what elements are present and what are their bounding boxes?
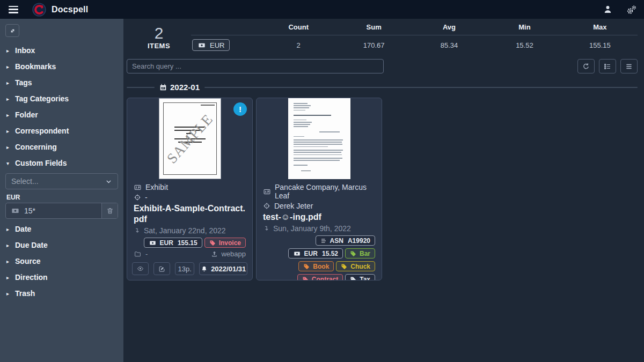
page-count-button[interactable]: 13p.	[175, 262, 194, 275]
amount-badge: EUR 155.15	[144, 238, 202, 248]
edit-button[interactable]	[153, 262, 170, 275]
caret-right-icon: ▸	[6, 242, 15, 248]
caret-right-icon: ▸	[6, 64, 15, 70]
item-date-icon	[134, 227, 140, 234]
stats-col-max: Max	[562, 23, 638, 31]
item-count-label: ITEMS	[127, 42, 191, 50]
menu-icon[interactable]	[9, 6, 18, 13]
sidebar-item-label: Correspondent	[15, 127, 69, 135]
caret-right-icon: ▸	[6, 112, 15, 118]
tag-badge[interactable]: Invoice	[204, 238, 246, 248]
due-date-button[interactable]: 2022/01/31	[199, 262, 247, 275]
asn-badge: ASN A19920	[316, 235, 375, 246]
document-preview[interactable]	[257, 98, 382, 179]
correspondent-name: Exhibit	[145, 183, 168, 191]
source-name: webapp	[221, 250, 246, 258]
stats-val-min: 15.52	[487, 41, 562, 49]
sidebar-item-label: Folder	[15, 110, 38, 119]
caret-right-icon: ▸	[6, 291, 15, 297]
sidebar-item-tag-categories[interactable]: ▸ Tag Categories	[0, 91, 123, 107]
concerning-name: Derek Jeter	[274, 202, 313, 210]
money-icon	[11, 207, 20, 215]
preview-eye-button[interactable]	[132, 262, 149, 275]
app-title: Docspell	[52, 5, 88, 14]
tag-badge[interactable]: Tax	[345, 274, 375, 280]
amount-value: 15.52	[322, 250, 338, 257]
item-list-area: 2 ITEMS Count Sum Avg Min Max	[123, 19, 644, 362]
search-bar	[127, 59, 638, 73]
currency-label: EUR	[210, 41, 224, 49]
sidebar-item-bookmarks[interactable]: ▸ Bookmarks	[0, 58, 123, 75]
due-date: 2022/01/31	[211, 265, 246, 273]
tag-icon	[303, 263, 310, 270]
asn-value: A19920	[348, 237, 370, 245]
caret-right-icon: ▸	[6, 96, 15, 102]
custom-field-money-input[interactable]: 15*	[5, 203, 118, 219]
item-title[interactable]: Exhibit-A-Sample-Contract.pdf	[134, 203, 246, 225]
custom-field-select[interactable]: Select...	[5, 173, 118, 189]
bell-icon	[201, 265, 208, 272]
item-date-icon	[263, 225, 269, 232]
tag-badge[interactable]: Bar	[345, 248, 375, 258]
correspondent-name: Pancake Company, Marcus Leaf	[275, 183, 375, 200]
tag-label: Book	[313, 263, 329, 270]
tag-icon	[350, 276, 356, 281]
sidebar-item-label: Inbox	[15, 46, 35, 55]
attention-icon: !	[233, 102, 247, 116]
sidebar-item-custom-fields[interactable]: ▾ Custom Fields	[0, 155, 123, 171]
stats-col-count: Count	[261, 23, 336, 31]
item-title[interactable]: test-☺-ing.pdf	[263, 212, 375, 223]
correspondent-icon	[263, 188, 271, 195]
sidebar-item-due-date[interactable]: ▸ Due Date	[0, 237, 123, 253]
item-card-test-ing[interactable]: Pancake Company, Marcus Leaf Derek Jeter…	[256, 98, 382, 280]
sidebar-item-date[interactable]: ▸ Date	[0, 221, 123, 237]
trash-icon[interactable]	[101, 203, 118, 218]
chevron-down-icon	[105, 178, 112, 185]
tag-badge[interactable]: Book	[298, 261, 334, 271]
folder-name: -	[145, 250, 148, 258]
stats-val-avg: 85.34	[412, 41, 487, 49]
docspell-logo[interactable]	[32, 3, 46, 17]
list-view-button[interactable]	[599, 59, 616, 73]
item-card-exhibit-contract[interactable]: SAMPLE ! Exhibit	[127, 98, 253, 280]
sidebar-item-direction[interactable]: ▸ Direction	[0, 269, 123, 285]
concerning-name: -	[145, 193, 148, 202]
refresh-button[interactable]	[577, 59, 595, 73]
sidebar-item-trash[interactable]: ▸ Trash	[0, 285, 123, 301]
sidebar-item-folder[interactable]: ▸ Folder	[0, 107, 123, 123]
sidebar-item-label: Tags	[15, 78, 32, 87]
correspondent-icon	[134, 184, 142, 191]
stats-val-count: 2	[261, 41, 336, 49]
amount-badge: EUR 15.52	[288, 248, 343, 258]
search-input[interactable]	[127, 59, 384, 73]
document-preview[interactable]: SAMPLE !	[127, 98, 252, 179]
sidebar-item-correspondent[interactable]: ▸ Correspondent	[0, 123, 123, 139]
top-navbar: Docspell	[0, 0, 644, 19]
sidebar-item-label: Concerning	[15, 143, 57, 151]
stats-col-sum: Sum	[336, 23, 411, 31]
folder-icon	[134, 250, 142, 257]
stats-summary: 2 ITEMS Count Sum Avg Min Max	[127, 23, 638, 51]
amount-currency: EUR	[160, 239, 173, 247]
tag-badge[interactable]: Chuck	[336, 261, 375, 271]
user-icon[interactable]	[603, 5, 612, 14]
caret-right-icon: ▸	[6, 226, 15, 232]
upload-icon	[211, 250, 218, 257]
sidebar-item-tags[interactable]: ▸ Tags	[0, 75, 123, 91]
collapse-sidebar-button[interactable]	[5, 24, 19, 37]
currency-chip[interactable]: EUR	[192, 39, 230, 51]
cogs-icon[interactable]	[626, 5, 635, 14]
sidebar-item-source[interactable]: ▸ Source	[0, 253, 123, 269]
money-icon	[293, 250, 301, 257]
calendar-icon	[159, 83, 167, 91]
caret-right-icon: ▸	[6, 48, 15, 54]
sidebar-item-label: Due Date	[15, 241, 48, 249]
tag-label: Tax	[360, 276, 370, 281]
caret-right-icon: ▸	[6, 258, 15, 264]
asn-icon	[320, 238, 327, 244]
sidebar-item-concerning[interactable]: ▸ Concerning	[0, 139, 123, 155]
menu-bars-button[interactable]	[620, 59, 638, 73]
tag-badge[interactable]: Contract	[297, 274, 343, 280]
sidebar-item-inbox[interactable]: ▸ Inbox	[0, 42, 123, 58]
custom-field-name: EUR	[6, 194, 118, 201]
